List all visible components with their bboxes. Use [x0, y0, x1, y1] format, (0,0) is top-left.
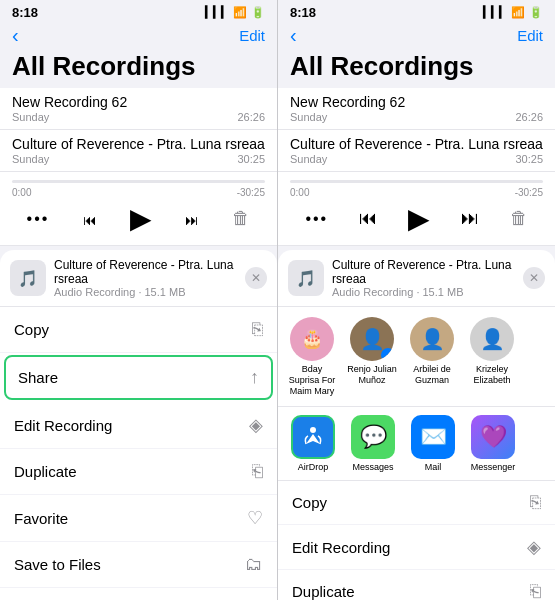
edit-label-right: Edit Recording [292, 539, 390, 556]
share-sheet-right: 🎵 Culture of Reverence - Ptra. Luna rsre… [278, 250, 555, 600]
contact-2[interactable]: 👤 ✓ Renjo Julian Muñoz [346, 317, 398, 396]
contact-name-4: Krizeley Elizabeth [466, 364, 518, 386]
rec-title-1-left: New Recording 62 [12, 94, 265, 110]
share-file-sub-left: Audio Recording · 15.1 MB [54, 286, 237, 298]
menu-share-left[interactable]: Share ↑ [4, 355, 273, 400]
duplicate-label-left: Duplicate [14, 463, 77, 480]
share-close-right[interactable]: ✕ [523, 267, 545, 289]
recording-item-2-left[interactable]: Culture of Reverence - Ptra. Luna rsreaa… [0, 130, 277, 172]
svg-point-2 [310, 427, 316, 433]
more-button-right[interactable]: ••• [305, 210, 328, 228]
forward-button-right[interactable]: ⏭ [461, 208, 479, 229]
rec-title-2-left: Culture of Reverence - Ptra. Luna rsreaa [12, 136, 265, 152]
time-start-right: 0:00 [290, 187, 309, 198]
rec-duration-1-right: 26:26 [515, 111, 543, 123]
share-file-info-right: Culture of Reverence - Ptra. Luna rsreaa… [332, 258, 515, 298]
edit-button-left[interactable]: Edit [239, 27, 265, 44]
rec-day-2-left: Sunday [12, 153, 49, 165]
forward-button-left[interactable]: ⏭ [181, 208, 203, 230]
back-button-left[interactable]: ‹ [12, 24, 19, 47]
page-title-right: All Recordings [278, 51, 555, 88]
menu-edit-left[interactable]: Edit Recording ◈ [0, 402, 277, 449]
contact-name-1: Bday Suprisa For Maim Mary [286, 364, 338, 396]
mail-label: Mail [425, 462, 442, 472]
contact-3[interactable]: 👤 Arbilei de Guzman [406, 317, 458, 396]
share-file-title-right: Culture of Reverence - Ptra. Luna rsreaa [332, 258, 515, 286]
svg-text:⏭: ⏭ [185, 212, 199, 228]
status-bar-left: 8:18 ▎▎▎ 📶 🔋 [0, 0, 277, 22]
menu-copy-right[interactable]: Copy ⎘ [278, 481, 555, 525]
progress-bar-left[interactable] [12, 180, 265, 183]
messenger-icon: 💜 [471, 415, 515, 459]
rec-title-2-right: Culture of Reverence - Ptra. Luna rsreaa [290, 136, 543, 152]
contact-name-3: Arbilei de Guzman [406, 364, 458, 386]
wifi-icon: 📶 [233, 6, 247, 19]
status-time-left: 8:18 [12, 5, 38, 20]
airdrop-label: AirDrop [298, 462, 329, 472]
app-mail[interactable]: ✉️ Mail [406, 415, 460, 472]
menu-list-left: Copy ⎘ Share ↑ Edit Recording ◈ Duplicat… [0, 307, 277, 588]
share-close-left[interactable]: ✕ [245, 267, 267, 289]
player-left: 0:00 -30:25 ••• ⏮ ▶ ⏭ 🗑 [0, 172, 277, 246]
contact-1[interactable]: 🎂 Bday Suprisa For Maim Mary [286, 317, 338, 396]
menu-save-left[interactable]: Save to Files 🗂 [0, 542, 277, 588]
time-end-left: -30:25 [237, 187, 265, 198]
contact-4[interactable]: 👤 Krizeley Elizabeth [466, 317, 518, 396]
rec-title-1-right: New Recording 62 [290, 94, 543, 110]
rewind-button-left[interactable]: ⏮ [79, 208, 101, 230]
player-controls-right: ••• ⏮ ▶ ⏭ 🗑 [290, 198, 543, 239]
status-icons-left: ▎▎▎ 📶 🔋 [205, 6, 265, 19]
back-button-right[interactable]: ‹ [290, 24, 297, 47]
edit-icon-left: ◈ [249, 414, 263, 436]
menu-favorite-left[interactable]: Favorite ♡ [0, 495, 277, 542]
menu-duplicate-right[interactable]: Duplicate ⎗ [278, 570, 555, 600]
rec-day-2-right: Sunday [290, 153, 327, 165]
play-button-left[interactable]: ▶ [130, 202, 152, 235]
rec-day-1-left: Sunday [12, 111, 49, 123]
status-time-right: 8:18 [290, 5, 316, 20]
edit-actions-left[interactable]: Edit Actions... [0, 588, 277, 600]
rec-duration-2-left: 30:25 [237, 153, 265, 165]
contact-name-2: Renjo Julian Muñoz [346, 364, 398, 386]
recording-item-2-right[interactable]: Culture of Reverence - Ptra. Luna rsreaa… [278, 130, 555, 172]
messages-label: Messages [352, 462, 393, 472]
share-icon-left: ↑ [250, 367, 259, 388]
share-header-right: 🎵 Culture of Reverence - Ptra. Luna rsre… [278, 250, 555, 307]
battery-icon: 🔋 [251, 6, 265, 19]
share-label-left: Share [18, 369, 58, 386]
save-icon-left: 🗂 [245, 554, 263, 575]
more-button-left[interactable]: ••• [27, 210, 50, 228]
time-start-left: 0:00 [12, 187, 31, 198]
player-controls-left: ••• ⏮ ▶ ⏭ 🗑 [12, 198, 265, 239]
nav-bar-right: ‹ Edit [278, 22, 555, 51]
delete-button-left[interactable]: 🗑 [232, 208, 250, 229]
menu-edit-right[interactable]: Edit Recording ◈ [278, 525, 555, 570]
copy-icon-right: ⎘ [530, 492, 541, 513]
recording-item-1-left[interactable]: New Recording 62 Sunday 26:26 [0, 88, 277, 130]
edit-button-right[interactable]: Edit [517, 27, 543, 44]
contact-avatar-1: 🎂 [290, 317, 334, 361]
apps-row: AirDrop 💬 Messages ✉️ Mail 💜 Messenger [278, 407, 555, 481]
share-file-icon-left: 🎵 [10, 260, 46, 296]
contact-check-2: ✓ [381, 348, 394, 361]
delete-button-right[interactable]: 🗑 [510, 208, 528, 229]
share-file-title-left: Culture of Reverence - Ptra. Luna rsreaa [54, 258, 237, 286]
menu-duplicate-left[interactable]: Duplicate ⎗ [0, 449, 277, 495]
app-messenger[interactable]: 💜 Messenger [466, 415, 520, 472]
nav-bar-left: ‹ Edit [0, 22, 277, 51]
rec-day-1-right: Sunday [290, 111, 327, 123]
edit-icon-right: ◈ [527, 536, 541, 558]
left-panel: 8:18 ▎▎▎ 📶 🔋 ‹ Edit All Recordings New R… [0, 0, 277, 600]
progress-bar-right[interactable] [290, 180, 543, 183]
play-button-right[interactable]: ▶ [408, 202, 430, 235]
signal-icon: ▎▎▎ [205, 6, 229, 19]
menu-copy-left[interactable]: Copy ⎘ [0, 307, 277, 353]
rewind-button-right[interactable]: ⏮ [359, 208, 377, 229]
app-airdrop[interactable]: AirDrop [286, 415, 340, 472]
contacts-row: 🎂 Bday Suprisa For Maim Mary 👤 ✓ Renjo J… [278, 307, 555, 407]
recording-item-1-right[interactable]: New Recording 62 Sunday 26:26 [278, 88, 555, 130]
airdrop-icon [291, 415, 335, 459]
copy-label-right: Copy [292, 494, 327, 511]
app-messages[interactable]: 💬 Messages [346, 415, 400, 472]
rec-meta-1-right: Sunday 26:26 [290, 111, 543, 123]
